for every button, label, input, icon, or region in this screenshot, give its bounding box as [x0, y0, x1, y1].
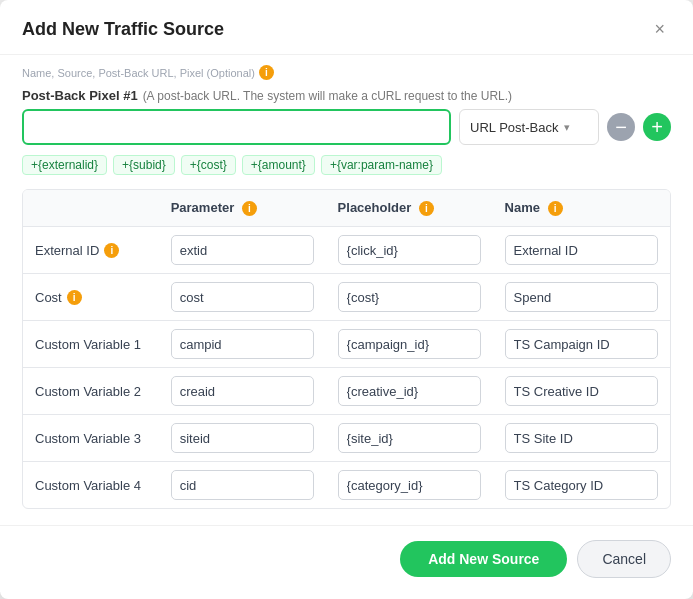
- placeholder-input-2[interactable]: [338, 329, 481, 359]
- placeholder-input-4[interactable]: [338, 423, 481, 453]
- chevron-down-icon: ▾: [564, 121, 570, 134]
- table-row: Custom Variable 2: [23, 368, 670, 415]
- url-type-select[interactable]: URL Post-Back ▾: [459, 109, 599, 145]
- placeholder-input-1[interactable]: [338, 282, 481, 312]
- name-input-1[interactable]: [505, 282, 658, 312]
- breadcrumb-text: Name, Source, Post-Back URL, Pixel (Opti…: [22, 67, 255, 79]
- parameter-input-3[interactable]: [171, 376, 314, 406]
- row-info-icon-0: i: [104, 243, 119, 258]
- modal-title: Add New Traffic Source: [22, 19, 224, 40]
- postback-title: Post-Back Pixel #1: [22, 88, 138, 103]
- table-row: External IDi: [23, 227, 670, 274]
- row-info-icon-1: i: [67, 290, 82, 305]
- breadcrumb-info-icon: i: [259, 65, 274, 80]
- token-row: +{externalid}+{subid}+{cost}+{amount}+{v…: [22, 155, 671, 175]
- modal-body: Name, Source, Post-Back URL, Pixel (Opti…: [0, 55, 693, 509]
- parameter-input-2[interactable]: [171, 329, 314, 359]
- placeholder-input-0[interactable]: [338, 235, 481, 265]
- postback-description: (A post-back URL. The system will make a…: [143, 89, 512, 103]
- token-cost[interactable]: +{cost}: [181, 155, 236, 175]
- parameter-input-5[interactable]: [171, 470, 314, 500]
- placeholder-input-3[interactable]: [338, 376, 481, 406]
- token-amount[interactable]: +{amount}: [242, 155, 315, 175]
- placeholder-input-5[interactable]: [338, 470, 481, 500]
- row-label-1: Costi: [35, 290, 147, 305]
- close-button[interactable]: ×: [648, 18, 671, 40]
- table-row: Custom Variable 3: [23, 415, 670, 462]
- modal-footer: Add New Source Cancel: [0, 525, 693, 592]
- token-varparam-name[interactable]: +{var:param-name}: [321, 155, 442, 175]
- name-input-0[interactable]: [505, 235, 658, 265]
- cancel-button[interactable]: Cancel: [577, 540, 671, 578]
- add-new-source-button[interactable]: Add New Source: [400, 541, 567, 577]
- placeholder-info-icon: i: [419, 201, 434, 216]
- name-info-icon: i: [548, 201, 563, 216]
- breadcrumb: Name, Source, Post-Back URL, Pixel (Opti…: [22, 65, 671, 80]
- parameters-table: Parameter i Placeholder i Name i: [23, 190, 670, 508]
- th-placeholder: Placeholder i: [326, 190, 493, 227]
- remove-postback-button[interactable]: −: [607, 113, 635, 141]
- th-parameter: Parameter i: [159, 190, 326, 227]
- name-input-5[interactable]: [505, 470, 658, 500]
- parameters-table-container: Parameter i Placeholder i Name i: [22, 189, 671, 509]
- table-body: External IDiCostiCustom Variable 1Custom…: [23, 227, 670, 509]
- name-input-4[interactable]: [505, 423, 658, 453]
- name-input-3[interactable]: [505, 376, 658, 406]
- parameter-input-4[interactable]: [171, 423, 314, 453]
- row-label-5: Custom Variable 4: [35, 478, 147, 493]
- th-name: Name i: [493, 190, 670, 227]
- parameter-info-icon: i: [242, 201, 257, 216]
- modal-add-traffic-source: Add New Traffic Source × Name, Source, P…: [0, 0, 693, 599]
- add-postback-button[interactable]: +: [643, 113, 671, 141]
- row-label-2: Custom Variable 1: [35, 337, 147, 352]
- postback-url-input[interactable]: [22, 109, 451, 145]
- token-subid[interactable]: +{subid}: [113, 155, 175, 175]
- row-label-3: Custom Variable 2: [35, 384, 147, 399]
- modal-header: Add New Traffic Source ×: [0, 0, 693, 55]
- row-label-4: Custom Variable 3: [35, 431, 147, 446]
- name-input-2[interactable]: [505, 329, 658, 359]
- url-type-label: URL Post-Back: [470, 120, 558, 135]
- row-label-0: External IDi: [35, 243, 147, 258]
- token-externalid[interactable]: +{externalid}: [22, 155, 107, 175]
- table-row: Custom Variable 4: [23, 462, 670, 509]
- postback-label: Post-Back Pixel #1 (A post-back URL. The…: [22, 88, 671, 103]
- parameter-input-1[interactable]: [171, 282, 314, 312]
- postback-row: URL Post-Back ▾ − +: [22, 109, 671, 145]
- table-row: Custom Variable 1: [23, 321, 670, 368]
- th-empty: [23, 190, 159, 227]
- table-header-row: Parameter i Placeholder i Name i: [23, 190, 670, 227]
- parameter-input-0[interactable]: [171, 235, 314, 265]
- table-row: Costi: [23, 274, 670, 321]
